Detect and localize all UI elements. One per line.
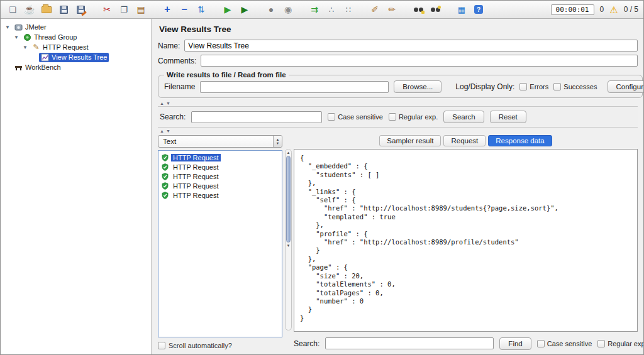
tree-item-thread-group[interactable]: ▼ Thread Group xyxy=(1,32,151,42)
open-file-button[interactable] xyxy=(40,3,53,16)
disclosure-triangle-icon[interactable]: ▼ xyxy=(13,35,19,40)
view-results-tree-panel: View Results Tree Name: Comments: Write … xyxy=(152,19,643,354)
scrollbar-thumb[interactable] xyxy=(286,156,291,243)
paste-button[interactable]: ▤ xyxy=(134,3,148,16)
errors-checkbox[interactable]: Errors xyxy=(519,83,548,90)
case-sensitive-checkbox[interactable]: Case sensitive xyxy=(328,113,383,121)
splitter-down-icon[interactable]: ▼ xyxy=(166,101,170,106)
scroll-down-icon[interactable]: ▼ xyxy=(287,243,291,249)
tree-item-label: View Results Tree xyxy=(52,53,107,61)
splitter-up-icon[interactable]: ▲ xyxy=(160,101,164,106)
list-item[interactable]: HTTP Request xyxy=(158,172,282,181)
configure-button[interactable]: Configure xyxy=(608,80,644,93)
comments-input[interactable] xyxy=(201,55,638,67)
list-item[interactable]: HTTP Request xyxy=(158,190,282,200)
thread-group-icon xyxy=(23,33,31,41)
save-button[interactable] xyxy=(57,3,70,16)
find-case-sensitive-checkbox[interactable]: Case sensitive xyxy=(537,340,592,347)
tab-sampler-result[interactable]: Sampler result xyxy=(379,135,441,146)
view-mode-select[interactable]: Text ▲ ▼ xyxy=(158,135,282,148)
name-input[interactable] xyxy=(184,40,638,52)
tree-item-jmeter[interactable]: ▼ JMeter xyxy=(1,22,151,32)
checkbox-box[interactable] xyxy=(597,340,605,347)
response-search-input[interactable] xyxy=(325,337,494,349)
checkbox-box[interactable] xyxy=(519,83,527,90)
remote-start-all-icon: ∴ xyxy=(329,6,334,14)
clear-all-button[interactable]: ✏ xyxy=(385,3,399,16)
tree-item-workbench[interactable]: ▼ WorkBench xyxy=(1,62,151,72)
play-no-pauses-icon: ▶ xyxy=(242,5,248,14)
start-button[interactable]: ▶ xyxy=(221,3,235,16)
help-button[interactable]: ? xyxy=(472,3,486,16)
checkbox-box[interactable] xyxy=(537,340,545,347)
filename-input[interactable] xyxy=(200,81,389,93)
expand-all-button[interactable]: + xyxy=(160,3,174,16)
tab-response-data[interactable]: Response data xyxy=(488,135,552,146)
splitter-down-icon[interactable]: ▼ xyxy=(166,129,170,133)
find-button[interactable]: Find xyxy=(499,337,531,350)
name-row: Name: xyxy=(158,40,638,52)
tree-item-http-request[interactable]: ▼ ✎ HTTP Request xyxy=(1,42,151,52)
broom-all-icon: ✏ xyxy=(388,5,396,14)
checkbox-box[interactable] xyxy=(553,83,561,90)
cut-icon: ✂ xyxy=(103,5,111,14)
remote-stop-icon: ∷ xyxy=(346,6,351,14)
response-vertical-scrollbar[interactable]: ▲ ▼ xyxy=(285,149,292,330)
clear-button[interactable]: ✐ xyxy=(368,3,382,16)
regular-exp-checkbox[interactable]: Regular exp. xyxy=(389,113,438,121)
results-left-column: Text ▲ ▼ HTTP Request HTTP Request xyxy=(158,135,282,351)
function-helper-button[interactable]: ▦ xyxy=(455,3,469,16)
response-right-column: Sampler result Request Response data { "… xyxy=(294,135,638,351)
collapse-all-button[interactable]: − xyxy=(177,3,191,16)
browse-button[interactable]: Browse... xyxy=(394,80,441,93)
remote-start-button[interactable]: ⇉ xyxy=(308,3,321,16)
search-reset-button[interactable]: Reset xyxy=(490,111,526,123)
shutdown-button[interactable]: ◉ xyxy=(281,3,295,16)
list-item[interactable]: HTTP Request xyxy=(158,153,282,162)
response-tabs: Sampler result Request Response data xyxy=(294,135,638,148)
checkbox-box[interactable] xyxy=(389,113,396,121)
search-label: Search: xyxy=(160,112,186,121)
results-split-pane: Text ▲ ▼ HTTP Request HTTP Request xyxy=(158,135,638,351)
new-file-button[interactable]: ❏ xyxy=(6,3,19,16)
warning-icon[interactable]: ⚠ xyxy=(609,5,618,14)
start-no-pauses-button[interactable]: ▶ xyxy=(238,3,252,16)
successes-checkbox[interactable]: Successes xyxy=(553,83,597,90)
success-shield-icon xyxy=(162,192,169,199)
checkbox-box[interactable] xyxy=(328,113,335,121)
save-as-button[interactable] xyxy=(74,3,87,16)
disclosure-triangle-icon[interactable]: ▼ xyxy=(22,45,28,50)
tree-item-view-results-tree[interactable]: ▼ View Results Tree xyxy=(1,52,151,62)
tree-item-label: WorkBench xyxy=(25,63,61,71)
pencil-mark-icon xyxy=(81,11,87,16)
templates-button[interactable]: ☕ xyxy=(23,3,36,16)
search-input[interactable] xyxy=(191,111,322,123)
scroll-up-icon[interactable]: ▲ xyxy=(287,150,291,156)
stop-button[interactable]: ● xyxy=(264,3,278,16)
checkbox-box[interactable] xyxy=(158,342,165,349)
success-shield-icon xyxy=(162,154,169,161)
find-regular-exp-checkbox[interactable]: Regular exp. xyxy=(597,340,644,347)
search-reset-button[interactable] xyxy=(428,3,442,16)
combo-stepper-icon[interactable]: ▲ ▼ xyxy=(273,136,282,147)
stop-icon: ● xyxy=(269,5,274,14)
splitter-up-icon[interactable]: ▲ xyxy=(160,129,164,133)
new-file-icon: ❏ xyxy=(9,6,16,14)
cut-button[interactable]: ✂ xyxy=(100,3,114,16)
toggle-button[interactable]: ⇅ xyxy=(194,3,208,16)
copy-button[interactable]: ❐ xyxy=(117,3,131,16)
remote-start-all-button[interactable]: ∴ xyxy=(325,3,338,16)
list-item[interactable]: HTTP Request xyxy=(158,181,282,190)
success-shield-icon xyxy=(162,173,169,180)
search-go-button[interactable]: Search xyxy=(443,111,484,123)
tree-item-label: HTTP Request xyxy=(43,43,89,51)
search-button[interactable] xyxy=(411,3,425,16)
edit-button-group: ✂ ❐ ▤ xyxy=(100,3,148,16)
remote-stop-button[interactable]: ∷ xyxy=(341,3,355,16)
scroll-automatically-checkbox[interactable]: Scroll automatically? xyxy=(158,337,282,351)
tab-request[interactable]: Request xyxy=(443,135,486,146)
disclosure-triangle-icon[interactable]: ▼ xyxy=(4,25,11,30)
start-button-group: ▶ ▶ xyxy=(221,3,252,16)
stop-button-group: ● ◉ xyxy=(264,3,295,16)
list-item[interactable]: HTTP Request xyxy=(158,162,282,172)
